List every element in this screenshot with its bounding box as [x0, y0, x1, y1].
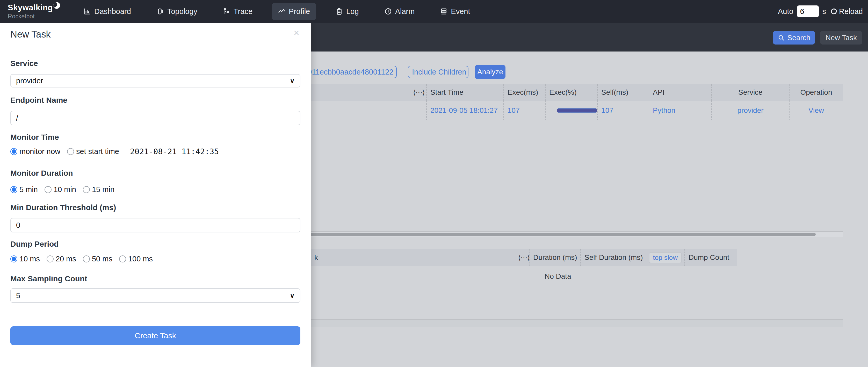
search-button[interactable]: Search [773, 31, 815, 44]
nav-item-profile[interactable]: Profile [272, 3, 316, 20]
auto-interval-input[interactable] [797, 5, 819, 18]
radio-label: 15 min [92, 185, 115, 194]
auto-unit: s [823, 7, 826, 16]
column-expand-toggle[interactable]: ⟨⋯⟩ [411, 84, 426, 101]
radio-set-start-time[interactable]: set start time [67, 147, 119, 156]
service-select[interactable]: provider ∨ [10, 74, 300, 88]
reload-button[interactable]: Reload [830, 7, 863, 16]
max-sampling-value: 5 [16, 292, 20, 300]
col-start-time: Start Time [426, 84, 503, 101]
segment-table-row[interactable]: 2021-09-05 18:01:27 107 107 Python provi… [292, 101, 843, 120]
radio-10-min[interactable]: 10 min [44, 185, 76, 194]
nav-label: Alarm [395, 7, 415, 16]
endpoint-input[interactable] [10, 111, 300, 125]
radio-label: 5 min [20, 185, 38, 194]
expand-icon: ⟨⋯⟩ [518, 254, 530, 262]
topology-icon [156, 7, 164, 15]
nav-label: Log [346, 7, 359, 16]
col-exec-ms: Exec(ms) [503, 84, 545, 101]
radio-unselected-icon [83, 186, 90, 193]
log-icon [335, 7, 343, 15]
trace-id-value: e3011ecbb0aacde48001122 [299, 68, 393, 76]
endpoint-label: Endpoint Name [10, 96, 67, 105]
radio-monitor-now[interactable]: monitor now [10, 147, 60, 156]
logo-crescent-icon [53, 2, 60, 9]
nav-item-alarm[interactable]: Alarm [378, 3, 421, 20]
auto-label: Auto [778, 7, 794, 16]
stack-table-hscrollbar[interactable] [292, 320, 843, 327]
min-threshold-input[interactable] [10, 218, 300, 232]
segment-table-hscrollbar [292, 231, 843, 237]
monitor-time-options: monitor now set start time 2021-08-21 11… [10, 147, 219, 156]
col-stack-partial: k [292, 249, 519, 266]
view-link[interactable]: View [789, 101, 843, 120]
create-task-button[interactable]: Create Task [10, 326, 300, 345]
col-exec-pct: Exec(%) [545, 84, 597, 101]
top-navbar: Skywalking Rocketbot Dashboard Topology … [0, 0, 868, 23]
col-operation: Operation [789, 84, 843, 101]
service-label: Service [10, 59, 38, 68]
no-data-text: No Data [545, 272, 571, 280]
start-time-value[interactable]: 2021-08-21 11:42:35 [130, 147, 219, 156]
radio-20-ms[interactable]: 20 ms [46, 255, 76, 263]
radio-label: 100 ms [128, 255, 153, 263]
nav-label: Topology [167, 7, 197, 16]
radio-label: set start time [76, 147, 119, 156]
nav-label: Event [451, 7, 470, 16]
hscrollbar-thumb[interactable] [292, 233, 816, 236]
reload-label: Reload [839, 7, 863, 16]
max-sampling-select[interactable]: 5 ∨ [10, 288, 300, 303]
nav-item-topology[interactable]: Topology [150, 3, 204, 20]
radio-unselected-icon [67, 148, 74, 155]
nav-item-log[interactable]: Log [329, 3, 365, 20]
cell-self-ms: 107 [597, 101, 649, 120]
chevron-down-icon: ∨ [290, 292, 295, 300]
search-icon [778, 34, 785, 41]
app-logo[interactable]: Skywalking Rocketbot [8, 3, 70, 20]
nav-item-trace[interactable]: Trace [216, 3, 259, 20]
dump-period-options: 10 ms 20 ms 50 ms 100 ms [10, 255, 153, 263]
reload-icon [830, 7, 838, 15]
radio-100-ms[interactable]: 100 ms [119, 255, 153, 263]
radio-50-ms[interactable]: 50 ms [83, 255, 113, 263]
segment-table-header: ⟨⋯⟩ Start Time Exec(ms) Exec(%) Self(ms)… [292, 84, 843, 101]
radio-selected-icon [10, 148, 17, 155]
radio-unselected-icon [44, 186, 52, 193]
nav-item-dashboard[interactable]: Dashboard [77, 3, 137, 20]
cell-exec-pct [545, 101, 597, 120]
auto-reload-controls: Auto s Reload [778, 0, 863, 23]
row-icon-cell [411, 101, 426, 120]
dump-period-label: Dump Period [10, 240, 59, 248]
radio-5-min[interactable]: 5 min [10, 185, 38, 194]
close-icon[interactable]: × [293, 28, 299, 38]
radio-10-ms[interactable]: 10 ms [10, 255, 40, 263]
col-duration: Duration (ms) [529, 249, 580, 266]
radio-15-min[interactable]: 15 min [83, 185, 115, 194]
exec-percent-bar [557, 108, 597, 113]
col-api: API [649, 84, 711, 101]
skywalking-profile-page: Skywalking Rocketbot Dashboard Topology … [0, 0, 868, 367]
profile-stack-table: k ⟨⋯⟩ Duration (ms) Self Duration (ms) t… [292, 249, 737, 287]
radio-unselected-icon [119, 256, 126, 262]
partial-column-text: k [314, 254, 318, 262]
self-duration-label: Self Duration (ms) [584, 254, 643, 262]
analyze-button[interactable]: Analyze [475, 65, 505, 79]
nav-item-event[interactable]: Event [434, 3, 476, 20]
radio-label: 20 ms [56, 255, 76, 263]
stack-table-header: k ⟨⋯⟩ Duration (ms) Self Duration (ms) t… [292, 249, 737, 266]
search-label: Search [787, 34, 810, 42]
profile-icon [278, 7, 286, 15]
radio-unselected-icon [83, 256, 90, 262]
brand-title: Skywalking [8, 3, 53, 12]
max-sampling-label: Max Sampling Count [10, 274, 87, 283]
column-expand-toggle[interactable]: ⟨⋯⟩ [519, 249, 529, 266]
nav-label: Dashboard [94, 7, 131, 16]
expand-icon: ⟨⋯⟩ [413, 88, 425, 97]
top-slow-toggle[interactable]: top slow [649, 252, 682, 263]
dashboard-icon [83, 7, 91, 15]
radio-label: monitor now [20, 147, 60, 156]
new-task-button[interactable]: New Task [820, 31, 862, 44]
radio-label: 10 ms [20, 255, 40, 263]
cell-api: Python [649, 101, 711, 120]
include-children-select[interactable]: Include Children ∨ [408, 66, 468, 78]
